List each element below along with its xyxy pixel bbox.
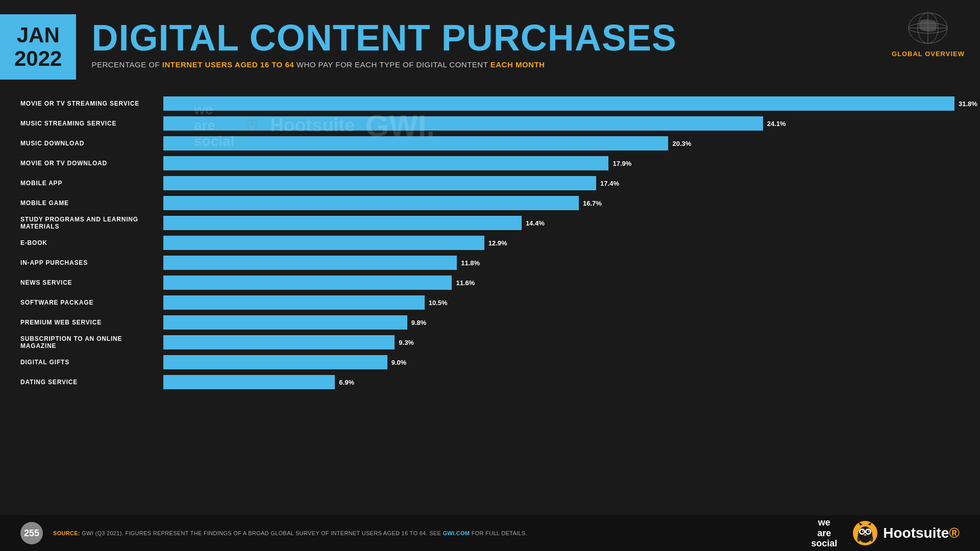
bar-row: SOFTWARE PACKAGE10.5% bbox=[20, 294, 954, 311]
bar-value: 24.1% bbox=[767, 120, 786, 128]
hootsuite-logo: Hootsuite® bbox=[852, 520, 960, 546]
bar-value: 11.8% bbox=[461, 259, 480, 267]
title-area: DIGITAL CONTENT PURCHASES PERCENTAGE OF … bbox=[76, 14, 960, 74]
source-body: GWI (Q3 2021). FIGURES REPRESENT THE FIN… bbox=[82, 530, 443, 536]
main-title: DIGITAL CONTENT PURCHASES bbox=[91, 19, 944, 56]
footer: 255 SOURCE: GWI (Q3 2021). FIGURES REPRE… bbox=[0, 515, 980, 551]
bar-value: 9.3% bbox=[399, 339, 414, 346]
bar-container: 17.4% bbox=[163, 174, 954, 192]
date-line2: 2022 bbox=[14, 47, 62, 70]
bar-fill bbox=[163, 176, 596, 190]
bar-row: MOVIE OR TV STREAMING SERVICE31.8% bbox=[20, 95, 954, 112]
bar-value: 17.9% bbox=[612, 160, 631, 167]
global-overview: GLOBAL OVERVIEW bbox=[892, 10, 965, 58]
bar-label: DIGITAL GIFTS bbox=[20, 359, 163, 366]
bar-label: SUBSCRIPTION TO AN ONLINE MAGAZINE bbox=[20, 335, 163, 349]
page-container: JAN 2022 DIGITAL CONTENT PURCHASES PERCE… bbox=[0, 0, 980, 551]
bar-fill bbox=[163, 216, 522, 230]
bar-fill bbox=[163, 335, 395, 349]
source-end: FOR FULL DETAILS. bbox=[472, 530, 527, 536]
bar-container: 11.8% bbox=[163, 254, 954, 271]
bar-label: MOBILE GAME bbox=[20, 199, 163, 207]
bar-fill bbox=[163, 276, 452, 290]
bar-container: 9.3% bbox=[163, 334, 954, 351]
bar-label: MOVIE OR TV DOWNLOAD bbox=[20, 160, 163, 167]
bar-row: SUBSCRIPTION TO AN ONLINE MAGAZINE9.3% bbox=[20, 334, 954, 351]
bar-value: 17.4% bbox=[600, 180, 619, 187]
subtitle: PERCENTAGE OF INTERNET USERS AGED 16 TO … bbox=[91, 60, 944, 69]
bar-value: 20.3% bbox=[672, 140, 691, 147]
bar-fill bbox=[163, 256, 457, 270]
bar-value: 14.4% bbox=[526, 219, 545, 227]
watermark-owl-icon: 🦉 bbox=[244, 118, 260, 133]
bar-value: 12.9% bbox=[488, 239, 507, 247]
source-text: SOURCE: GWI (Q3 2021). FIGURES REPRESENT… bbox=[53, 530, 801, 536]
bar-value: 9.8% bbox=[411, 319, 427, 327]
bar-container: 9.0% bbox=[163, 354, 954, 371]
bar-value: 9.0% bbox=[391, 359, 407, 366]
footer-logos: wearesocial bbox=[811, 517, 960, 549]
bar-container: 11.6% bbox=[163, 274, 954, 291]
bar-label: E-BOOK bbox=[20, 239, 163, 246]
watermark-we-are-social: wearesocial bbox=[194, 102, 234, 149]
bar-label: STUDY PROGRAMS AND LEARNING MATERIALS bbox=[20, 216, 163, 230]
bar-row: STUDY PROGRAMS AND LEARNING MATERIALS14.… bbox=[20, 214, 954, 232]
bar-container: 16.7% bbox=[163, 194, 954, 212]
bar-value: 11.6% bbox=[456, 279, 475, 287]
bar-row: IN-APP PURCHASES11.8% bbox=[20, 254, 954, 271]
we-are-social-text: wearesocial bbox=[811, 517, 837, 549]
bar-fill bbox=[163, 355, 387, 369]
bar-fill bbox=[163, 156, 608, 170]
bar-value: 31.8% bbox=[959, 100, 977, 108]
bar-label: DATING SERVICE bbox=[20, 379, 163, 386]
watermark-gwi: GWI. bbox=[365, 108, 435, 143]
subtitle-mid: WHO PAY FOR EACH TYPE OF DIGITAL CONTENT bbox=[297, 60, 491, 69]
bar-container: 14.4% bbox=[163, 214, 954, 232]
source-label: SOURCE: bbox=[53, 530, 80, 536]
bar-container: 9.8% bbox=[163, 314, 954, 331]
bar-container: 6.9% bbox=[163, 373, 954, 391]
bar-row: MUSIC STREAMING SERVICE24.1% bbox=[20, 115, 954, 132]
bar-row: E-BOOK12.9% bbox=[20, 234, 954, 252]
bar-value: 10.5% bbox=[429, 299, 448, 307]
bar-fill bbox=[163, 315, 407, 330]
header: JAN 2022 DIGITAL CONTENT PURCHASES PERCE… bbox=[0, 0, 980, 90]
bar-row: DATING SERVICE6.9% bbox=[20, 373, 954, 391]
subtitle-highlight2: EACH MONTH bbox=[491, 60, 545, 69]
bar-row: PREMIUM WEB SERVICE9.8% bbox=[20, 314, 954, 331]
date-line1: JAN bbox=[14, 23, 62, 47]
bar-label: MUSIC DOWNLOAD bbox=[20, 140, 163, 147]
we-are-social-logo: wearesocial bbox=[811, 517, 837, 549]
svg-point-11 bbox=[862, 531, 863, 532]
subtitle-plain: PERCENTAGE OF bbox=[91, 60, 162, 69]
svg-point-9 bbox=[861, 530, 864, 534]
bar-label: MOVIE OR TV STREAMING SERVICE bbox=[20, 100, 163, 107]
bar-row: MOBILE APP17.4% bbox=[20, 174, 954, 192]
bar-fill bbox=[163, 375, 335, 389]
chart-area: MOVIE OR TV STREAMING SERVICE31.8%MUSIC … bbox=[0, 90, 980, 398]
date-box: JAN 2022 bbox=[0, 14, 76, 80]
hootsuite-text: Hootsuite® bbox=[883, 525, 960, 541]
bar-container: 10.5% bbox=[163, 294, 954, 311]
bar-container: 17.9% bbox=[163, 155, 954, 172]
globe-icon bbox=[905, 10, 951, 46]
watermark: wearesocial 🦉 Hootsuite GWI. bbox=[194, 102, 435, 149]
bar-row: NEWS SERVICE11.6% bbox=[20, 274, 954, 291]
bar-fill bbox=[163, 295, 425, 310]
svg-point-10 bbox=[867, 530, 870, 534]
bar-label: MOBILE APP bbox=[20, 180, 163, 187]
svg-point-12 bbox=[868, 531, 869, 532]
bar-row: MOVIE OR TV DOWNLOAD17.9% bbox=[20, 155, 954, 172]
bar-label: MUSIC STREAMING SERVICE bbox=[20, 120, 163, 127]
bar-row: MUSIC DOWNLOAD20.3% bbox=[20, 135, 954, 152]
bar-fill bbox=[163, 196, 579, 210]
bar-value: 16.7% bbox=[583, 199, 602, 207]
bar-label: NEWS SERVICE bbox=[20, 279, 163, 286]
global-overview-label: GLOBAL OVERVIEW bbox=[892, 50, 965, 58]
bar-row: DIGITAL GIFTS9.0% bbox=[20, 354, 954, 371]
bar-value: 6.9% bbox=[339, 379, 354, 386]
subtitle-highlight1: INTERNET USERS AGED 16 TO 64 bbox=[162, 60, 294, 69]
bar-label: SOFTWARE PACKAGE bbox=[20, 299, 163, 306]
gwi-link: GWI.COM bbox=[443, 530, 470, 536]
page-number: 255 bbox=[20, 522, 43, 544]
